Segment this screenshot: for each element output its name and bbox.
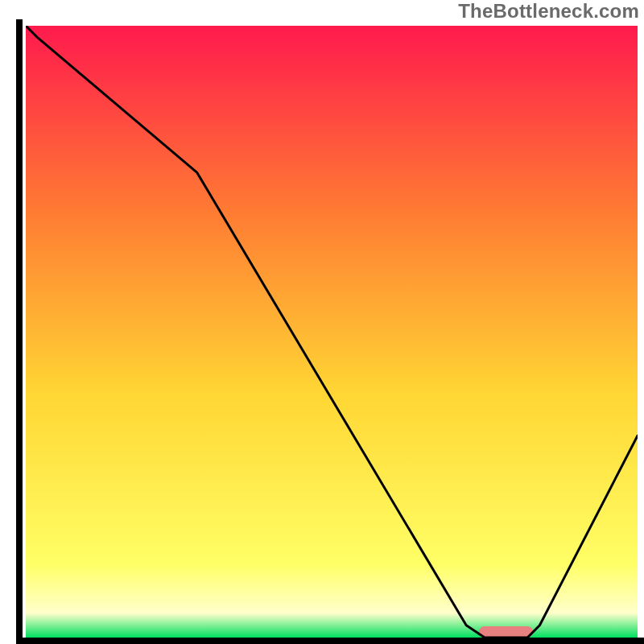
bottleneck-chart xyxy=(0,0,644,644)
chart-container: TheBottleneck.com xyxy=(0,0,644,644)
plot-background-gradient xyxy=(26,26,638,638)
watermark-label: TheBottleneck.com xyxy=(458,0,639,23)
